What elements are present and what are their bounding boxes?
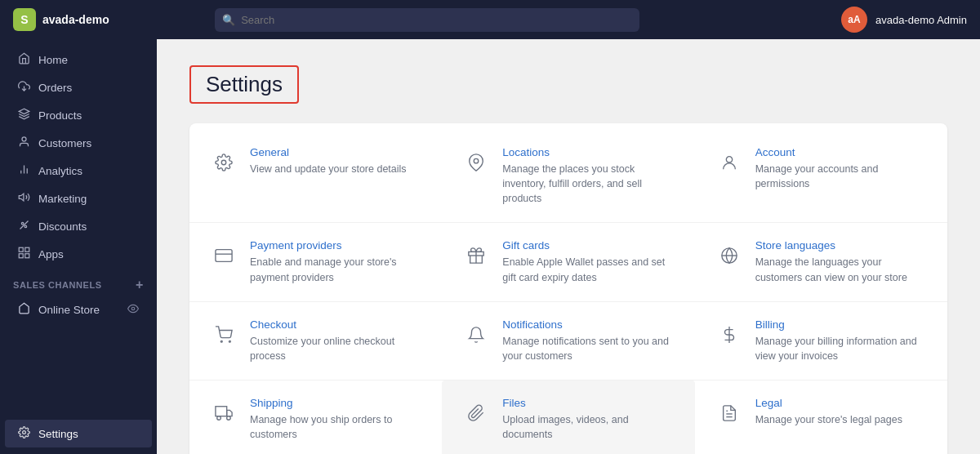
settings-item-account[interactable]: Account Manage your accounts and permiss… <box>695 130 947 222</box>
billing-desc: Manage your billing information and view… <box>755 334 928 363</box>
settings-item-store-languages[interactable]: Store languages Manage the languages you… <box>695 223 947 300</box>
account-title: Account <box>755 146 928 158</box>
store-languages-title: Store languages <box>755 239 928 251</box>
gift-cards-desc: Enable Apple Wallet passes and set gift … <box>502 255 675 284</box>
svg-point-15 <box>23 431 26 434</box>
shipping-desc: Manage how you ship orders to customers <box>250 412 422 442</box>
admin-name: avada-demo Admin <box>875 14 967 26</box>
topbar-right: aA avada-demo Admin <box>841 7 967 33</box>
settings-item-shipping[interactable]: Shipping Manage how you ship orders to c… <box>189 381 442 454</box>
avatar[interactable]: aA <box>841 7 867 33</box>
billing-title: Billing <box>755 318 928 331</box>
sidebar-item-label: Customers <box>38 137 91 149</box>
layout: Home Orders Products Customers Analytics <box>0 39 980 454</box>
gift-cards-title: Gift cards <box>502 239 675 251</box>
svg-point-8 <box>24 225 27 228</box>
settings-card: General View and update your store detai… <box>189 123 947 454</box>
settings-item-legal[interactable]: Legal Manage your store's legal pages <box>695 381 947 454</box>
apps-icon <box>18 247 30 261</box>
logo-icon: S <box>13 8 36 31</box>
checkout-title: Checkout <box>250 318 422 331</box>
sidebar-item-label: Home <box>38 54 68 66</box>
settings-item-payment-providers[interactable]: Payment providers Enable and manage your… <box>189 223 442 300</box>
search-input[interactable] <box>215 8 639 32</box>
svg-rect-19 <box>216 250 232 262</box>
online-store-left: Online Store <box>18 302 100 317</box>
svg-point-31 <box>227 416 231 421</box>
files-desc: Upload images, videos, and documents <box>502 412 675 442</box>
sidebar-item-home[interactable]: Home <box>5 46 152 73</box>
products-icon <box>18 108 30 122</box>
svg-point-16 <box>221 160 226 165</box>
svg-point-30 <box>217 416 221 421</box>
notifications-title: Notifications <box>502 318 675 331</box>
settings-item-files[interactable]: Files Upload images, videos, and documen… <box>442 381 694 454</box>
sidebar: Home Orders Products Customers Analytics <box>0 39 157 454</box>
files-title: Files <box>502 397 675 409</box>
sidebar-item-discounts[interactable]: Discounts <box>5 212 152 240</box>
svg-point-25 <box>220 340 222 342</box>
legal-desc: Manage your store's legal pages <box>755 412 902 427</box>
svg-rect-28 <box>216 407 227 416</box>
general-icon <box>209 148 238 177</box>
notifications-desc: Manage notifications sent to you and you… <box>502 334 675 363</box>
notifications-icon <box>461 320 491 349</box>
store-languages-desc: Manage the languages your customers can … <box>755 255 928 284</box>
shipping-icon <box>209 398 238 428</box>
svg-point-14 <box>131 307 135 310</box>
legal-icon <box>715 398 744 428</box>
checkout-icon <box>209 320 238 349</box>
sidebar-item-label: Products <box>38 109 82 122</box>
home-icon <box>18 52 30 67</box>
store-name: avada-demo <box>42 13 109 26</box>
account-icon <box>715 148 744 177</box>
gift-cards-icon <box>461 241 491 270</box>
settings-item-general[interactable]: General View and update your store detai… <box>189 130 442 222</box>
analytics-icon <box>18 163 30 178</box>
billing-icon <box>715 320 744 349</box>
search-container: 🔍 <box>215 8 639 32</box>
sidebar-item-marketing[interactable]: Marketing <box>5 185 152 212</box>
settings-item-billing[interactable]: Billing Manage your billing information … <box>695 302 947 380</box>
sidebar-item-customers[interactable]: Customers <box>5 129 152 157</box>
payment-providers-icon <box>209 241 238 270</box>
add-sales-channel-button[interactable]: + <box>136 278 144 292</box>
payment-providers-title: Payment providers <box>250 239 422 251</box>
locations-desc: Manage the places you stock inventory, f… <box>502 162 675 206</box>
settings-item-notifications[interactable]: Notifications Manage notifications sent … <box>442 302 694 380</box>
sidebar-item-analytics[interactable]: Analytics <box>5 157 152 185</box>
eye-icon[interactable] <box>127 303 139 317</box>
svg-marker-29 <box>227 410 232 416</box>
svg-point-7 <box>21 222 24 225</box>
sales-channels-section: SALES CHANNELS + <box>0 268 157 296</box>
sidebar-item-label: Apps <box>38 248 64 260</box>
svg-rect-13 <box>25 254 29 258</box>
svg-point-17 <box>474 158 479 163</box>
sidebar-item-label: Analytics <box>38 165 82 177</box>
page-title: Settings <box>206 72 283 97</box>
settings-item-locations[interactable]: Locations Manage the places you stock in… <box>442 130 694 222</box>
settings-item-gift-cards[interactable]: Gift cards Enable Apple Wallet passes an… <box>442 223 694 300</box>
checkout-desc: Customize your online checkout process <box>250 334 422 363</box>
orders-icon <box>18 80 30 95</box>
general-desc: View and update your store details <box>250 162 407 176</box>
settings-icon <box>18 426 30 441</box>
locations-icon <box>461 148 491 177</box>
discounts-icon <box>18 219 30 234</box>
legal-title: Legal <box>755 397 902 409</box>
main-content: Settings General View and update your st… <box>157 39 980 454</box>
sidebar-item-orders[interactable]: Orders <box>5 73 152 101</box>
store-logo[interactable]: S avada-demo <box>13 8 109 31</box>
shipping-title: Shipping <box>250 397 422 409</box>
settings-grid: General View and update your store detai… <box>189 130 947 454</box>
sidebar-item-settings[interactable]: Settings <box>5 420 152 447</box>
svg-line-9 <box>20 221 29 229</box>
sidebar-item-apps[interactable]: Apps <box>5 240 152 268</box>
sidebar-item-label: Marketing <box>38 193 87 205</box>
online-store-label: Online Store <box>38 304 100 316</box>
sidebar-item-online-store[interactable]: Online Store <box>5 296 152 323</box>
sidebar-item-products[interactable]: Products <box>5 101 152 129</box>
search-icon: 🔍 <box>222 14 235 26</box>
svg-point-2 <box>22 137 26 141</box>
settings-item-checkout[interactable]: Checkout Customize your online checkout … <box>189 302 442 380</box>
